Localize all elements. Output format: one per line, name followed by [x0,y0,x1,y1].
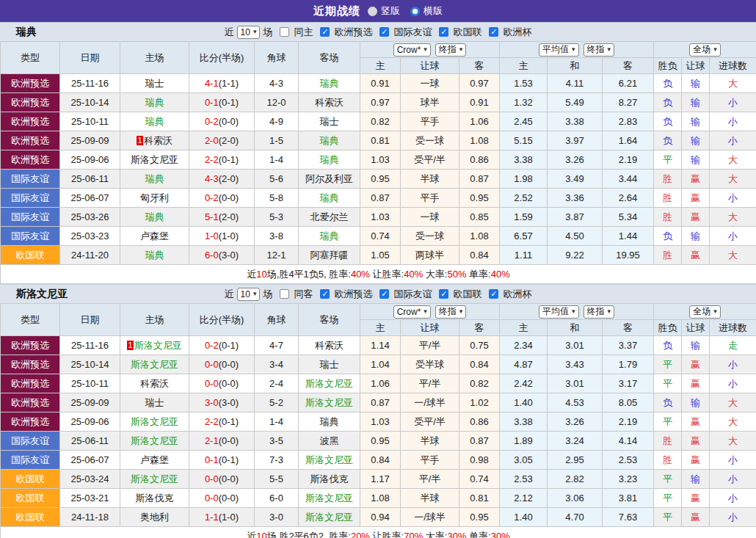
avg-draw: 4.53 [548,393,603,412]
result-group-header: 全场▾ [654,42,756,58]
avg-home: 2.34 [500,336,548,355]
odds-time-dropdown[interactable]: 终指▾ [435,305,467,319]
section-filter-row: 斯洛文尼亚 近 10▾ 场 同客 ✓ 欧洲预选 ✓ 国际友谊 ✓ 欧国联 ✓ 欧… [0,284,756,303]
comp-checkbox-euro-qual[interactable]: ✓ [320,27,330,37]
result-handicap: 输 [682,112,710,131]
team-name: 瑞士 [145,397,164,408]
match-count-dropdown[interactable]: 10▾ [237,26,261,39]
avg-away: 8.05 [603,393,654,412]
odds-away: 0.74 [459,470,500,489]
avg-draw: 3.49 [548,170,603,189]
subcol-avg-home: 主 [500,58,548,74]
odds-away: 0.95 [459,189,500,208]
same-venue-checkbox[interactable] [280,27,289,37]
summary-segment: 50% [447,269,466,280]
odds-home: 1.06 [360,374,401,393]
table-row: 欧洲预选25-10-11瑞典0-2(0-0)4-9瑞士0.82平手1.062.4… [1,112,756,131]
result-goals: 大 [710,246,756,265]
match-type: 欧洲预选 [1,374,60,393]
result-winloss: 负 [654,227,682,246]
odds-away: 0.85 [459,208,500,227]
avg-home: 4.87 [500,355,548,374]
horizontal-layout-radio[interactable]: 横版 [410,4,443,18]
halftime-score: (0-1) [219,454,239,465]
halftime-score: (1-1) [219,78,239,89]
home-team: 科索沃 [120,374,189,393]
team-name: 斯洛文尼亚 [131,416,178,427]
col-header-away: 客场 [299,42,360,74]
odds-home: 1.17 [360,470,401,489]
avg-time-dropdown[interactable]: 终指▾ [584,43,615,57]
odds-handicap: 平/半 [401,470,459,489]
comp-checkbox-nations-league[interactable]: ✓ [439,27,448,37]
odds-source-dropdown[interactable]: Crow*▾ [393,43,431,57]
result-handicap: 赢 [682,432,710,451]
chevron-down-icon: ▾ [459,308,463,315]
match-count-dropdown[interactable]: 10▾ [237,288,261,301]
result-goals: 小 [710,489,756,508]
vertical-layout-radio[interactable]: 竖版 [368,4,400,18]
avg-time-dropdown[interactable]: 终指▾ [584,305,615,319]
odds-home: 1.03 [360,412,401,432]
home-team: 斯洛文尼亚 [120,470,189,489]
result-winloss: 胜 [654,170,682,189]
fulltime-score: 6-0 [205,250,219,261]
result-scope-dropdown[interactable]: 全场▾ [689,43,721,57]
match-date: 25-03-21 [60,489,120,508]
comp-checkbox-euro-cup[interactable]: ✓ [489,27,498,37]
result-handicap: 输 [682,227,710,246]
same-venue-checkbox[interactable] [280,289,289,299]
match-type: 欧洲预选 [1,355,60,374]
away-team: 瑞典 [299,131,360,150]
halftime-score: (0-1) [219,154,239,165]
odds-group-header: Crow*▾ 终指▾ [360,42,500,58]
match-score: 0-0(0-0) [189,355,255,374]
result-scope-dropdown[interactable]: 全场▾ [689,305,721,319]
subcol-avg-home: 主 [500,320,548,336]
halftime-score: (2-0) [219,211,239,222]
avg-source-dropdown[interactable]: 平均值▾ [539,43,579,57]
team-name: 科索沃 [315,97,344,108]
result-winloss: 胜 [654,246,682,265]
radio-selected-icon[interactable] [410,7,420,16]
match-date: 25-03-23 [60,227,120,246]
fulltime-score: 0-2 [205,116,219,127]
odds-time-dropdown[interactable]: 终指▾ [435,43,467,57]
section-summary: 近10场,胜2平6负2, 胜率:20% 让胜率:70% 大率:30% 单率:30… [1,527,756,538]
team-name: 瑞典 [145,211,164,222]
comp-checkbox-friendly[interactable]: ✓ [379,289,389,299]
avg-group-header: 平均值▾ 终指▾ [500,304,654,320]
team-name: 瑞典 [320,230,339,241]
result-handicap: 输 [682,93,710,112]
odds-handicap: 一球 [401,74,459,93]
away-team: 瑞典 [299,150,360,170]
filter-suffix-label: 场 [263,26,272,39]
result-goals: 大 [710,412,756,432]
results-table-slovenia: 类型 日期 主场 比分(半场) 角球 客场 Crow*▾ 终指▾ 平均值▾ 终指… [0,303,756,538]
avg-source-dropdown[interactable]: 平均值▾ [539,305,579,319]
result-handicap: 赢 [682,208,710,227]
match-type: 欧洲预选 [1,93,60,112]
avg-away: 3.37 [603,336,654,355]
col-header-type: 类型 [1,304,60,336]
avg-away: 1.79 [603,355,654,374]
comp-checkbox-euro-cup[interactable]: ✓ [489,289,498,299]
odds-handicap: 受平/半 [401,150,459,170]
chevron-down-icon: ▾ [572,308,575,315]
radio-unselected-icon[interactable] [368,7,377,16]
chevron-down-icon: ▾ [459,46,463,53]
table-row: 欧洲预选25-11-161斯洛文尼亚0-2(0-1)4-7科索沃1.14平/半0… [1,336,756,355]
match-type: 国际友谊 [1,170,60,189]
team-name: 斯洛文尼亚 [131,154,178,165]
odds-source-dropdown[interactable]: Crow*▾ [393,305,431,319]
away-team: 瑞典 [299,227,360,246]
summary-segment: 单率: [466,531,490,538]
odds-away: 0.81 [459,489,500,508]
comp-checkbox-friendly[interactable]: ✓ [379,27,389,37]
table-row: 欧洲预选25-10-11科索沃0-0(0-0)2-4斯洛文尼亚1.06平/半0.… [1,374,756,393]
avg-draw: 3.36 [548,189,603,208]
avg-away: 19.95 [603,246,654,265]
result-handicap: 赢 [682,170,710,189]
comp-checkbox-euro-qual[interactable]: ✓ [320,289,330,299]
comp-checkbox-nations-league[interactable]: ✓ [439,289,448,299]
